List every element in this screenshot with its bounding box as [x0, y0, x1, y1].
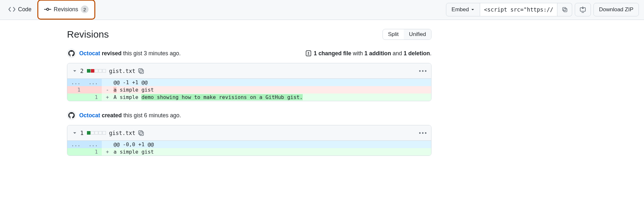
old-line-no — [67, 94, 84, 101]
old-line-no: ... — [67, 79, 84, 86]
file-header: 1gist.txt — [67, 125, 431, 141]
copy-icon — [562, 7, 568, 13]
download-zip-label: Download ZIP — [599, 6, 633, 13]
svg-rect-2 — [563, 7, 566, 11]
svg-rect-11 — [139, 130, 142, 134]
diff-block — [87, 131, 90, 135]
diff-mode-switch: Split Unified — [383, 29, 431, 40]
diff-block — [87, 69, 90, 73]
action: created — [102, 112, 122, 119]
diff-table: ...... @@ -1 +1 @@1- a simple gist1+ A s… — [67, 79, 431, 101]
diff-text: + a simple gist — [102, 148, 431, 156]
embed-group: Embed — [446, 3, 572, 16]
svg-rect-6 — [139, 68, 142, 72]
chevron-down-icon[interactable] — [72, 130, 78, 136]
tab-revisions-label: Revisions — [54, 6, 78, 13]
svg-point-12 — [419, 132, 421, 134]
file-name[interactable]: gist.txt — [109, 68, 136, 74]
revision-header: Octocat created this gist 6 minutes ago. — [67, 111, 431, 120]
new-line-no: 1 — [84, 148, 102, 156]
deletions: 1 deletion — [403, 50, 430, 57]
old-line-no: 1 — [67, 86, 84, 94]
new-line-no: ... — [84, 79, 102, 86]
avatar[interactable] — [67, 111, 76, 120]
tab-revisions[interactable]: Revisions 2 — [37, 0, 95, 20]
svg-point-8 — [422, 70, 424, 72]
author-link[interactable]: Octocat — [79, 50, 100, 57]
diff-block — [102, 69, 106, 73]
tab-code[interactable]: Code — [3, 0, 37, 20]
tabstrip: Code Revisions 2 Embed Download ZIP — [0, 0, 644, 20]
diff-block — [102, 131, 106, 135]
diff-row: 1+ a simple gist — [67, 148, 431, 156]
svg-point-7 — [419, 70, 421, 72]
kebab-icon[interactable] — [419, 132, 427, 134]
new-line-no: ... — [84, 141, 102, 148]
revisions-count-badge: 2 — [81, 5, 89, 13]
change-count: 2 — [80, 68, 84, 74]
additions: 1 addition — [365, 50, 391, 57]
file-diff: 1gist.txt...... @@ -0,0 +1 @@1+ a simple… — [67, 125, 431, 156]
diff-row: ...... @@ -1 +1 @@ — [67, 79, 431, 86]
action: revised — [102, 50, 121, 57]
diff-stat-blocks — [87, 131, 106, 135]
download-zip-button[interactable]: Download ZIP — [593, 3, 639, 16]
svg-rect-10 — [140, 132, 144, 135]
old-line-no: ... — [67, 141, 84, 148]
embed-dropdown[interactable]: Embed — [446, 3, 480, 16]
chevron-down-icon[interactable] — [72, 68, 78, 74]
diff-stat-blocks — [87, 69, 106, 73]
diff-block — [95, 131, 98, 135]
file-header: 2gist.txt — [67, 63, 431, 79]
page-body: Revisions Split Unified Octocat revised … — [0, 20, 644, 214]
embed-url-input[interactable] — [480, 3, 557, 16]
tab-code-label: Code — [18, 6, 32, 13]
author-link[interactable]: Octocat — [79, 112, 100, 119]
old-line-no — [67, 148, 84, 156]
diff-block — [99, 69, 102, 73]
action-rest: this gist 6 minutes ago. — [122, 112, 181, 119]
file-name[interactable]: gist.txt — [109, 130, 136, 136]
new-line-no: 1 — [84, 94, 102, 101]
diff-mode-unified[interactable]: Unified — [404, 29, 431, 40]
svg-point-14 — [425, 132, 427, 134]
desktop-download-icon — [580, 6, 586, 13]
revision-header: Octocat revised this gist 3 minutes ago.… — [67, 49, 431, 58]
diff-text: @@ -1 +1 @@ — [102, 79, 431, 86]
avatar[interactable] — [67, 49, 76, 58]
code-icon — [8, 6, 15, 13]
file-diff: 2gist.txt...... @@ -1 +1 @@1- a simple g… — [67, 63, 431, 101]
diff-mode-split[interactable]: Split — [383, 29, 404, 40]
diff-block — [91, 69, 94, 73]
diff-row: ...... @@ -0,0 +1 @@ — [67, 141, 431, 148]
caret-down-icon — [471, 8, 475, 12]
diff-text: - a simple gist — [102, 86, 431, 94]
svg-rect-1 — [564, 9, 567, 12]
diff-text: + A simple demo showing how to make revi… — [102, 94, 431, 101]
new-line-no — [84, 86, 102, 94]
change-stats: 1 changed file with 1 addition and 1 del… — [305, 50, 431, 57]
diff-block — [91, 131, 94, 135]
copy-embed-button[interactable] — [557, 3, 572, 16]
svg-point-9 — [425, 70, 427, 72]
diff-icon — [305, 50, 312, 57]
diff-block — [99, 131, 102, 135]
diff-table: ...... @@ -0,0 +1 @@1+ a simple gist — [67, 141, 431, 156]
changed-files: 1 changed file — [314, 50, 351, 57]
action-rest: this gist 3 minutes ago. — [121, 50, 181, 57]
change-count: 1 — [80, 130, 84, 136]
open-desktop-button[interactable] — [575, 3, 591, 16]
svg-rect-5 — [140, 70, 144, 73]
page-title: Revisions — [67, 29, 383, 40]
embed-label: Embed — [451, 6, 469, 13]
diff-row: 1+ A simple demo showing how to make rev… — [67, 94, 431, 101]
copy-icon[interactable] — [138, 130, 144, 136]
diff-text: @@ -0,0 +1 @@ — [102, 141, 431, 148]
svg-point-0 — [47, 8, 49, 11]
diff-block — [95, 69, 98, 73]
diff-row: 1- a simple gist — [67, 86, 431, 94]
kebab-icon[interactable] — [419, 70, 427, 72]
git-commit-icon — [44, 6, 51, 13]
svg-point-13 — [422, 132, 424, 134]
copy-icon[interactable] — [138, 68, 144, 74]
